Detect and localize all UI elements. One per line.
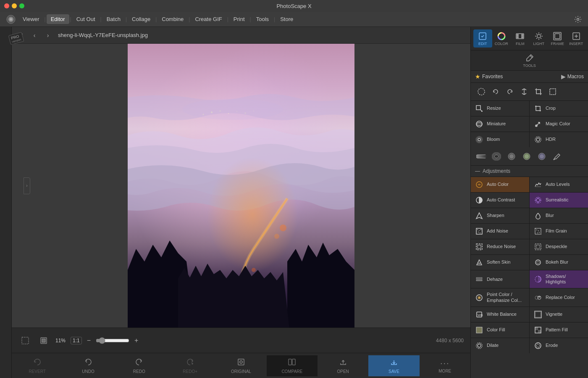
replace-color-adj[interactable]: Replace Color (530, 288, 588, 306)
vignette-icon-small[interactable] (490, 150, 503, 163)
more-button[interactable]: ··· MORE (420, 356, 470, 376)
minimize-button[interactable] (12, 3, 17, 8)
menu-cut-out[interactable]: Cut Out (72, 14, 100, 24)
rotate-right-icon[interactable] (504, 85, 516, 98)
blur-adj[interactable]: Blur (530, 208, 588, 223)
menu-batch[interactable]: Batch (102, 14, 125, 24)
bloom-tool[interactable]: Bloom (471, 132, 529, 147)
redo-plus-button[interactable]: REDO+ (165, 355, 215, 376)
ellipse-select-icon[interactable] (475, 85, 488, 98)
pattern-fill-adj[interactable]: Pattern Fill (530, 322, 588, 338)
open-button[interactable]: OPEN (318, 355, 368, 376)
soften-skin-adj[interactable]: Soften Skin (471, 255, 529, 270)
left-panel-toggle[interactable]: › (24, 177, 30, 194)
circle-filter-icon[interactable] (505, 150, 518, 163)
auto-levels-adj[interactable]: Auto Levels (530, 177, 588, 192)
undo-button[interactable]: UNDO (63, 355, 113, 376)
svg-rect-80 (476, 278, 482, 279)
menu-collage[interactable]: Collage (128, 14, 155, 24)
tab-light[interactable]: LIGHT (530, 29, 549, 48)
flip-horizontal-icon[interactable] (518, 85, 530, 98)
svg-rect-72 (539, 232, 540, 233)
menu-editor[interactable]: Editor (47, 14, 69, 24)
dropper-icon[interactable] (551, 150, 563, 163)
redo-button[interactable]: REDO (114, 355, 165, 376)
menu-combine[interactable]: Combine (158, 14, 188, 24)
dilate-adj[interactable]: Dilate (471, 338, 529, 353)
add-noise-adj[interactable]: Add Noise (471, 224, 529, 239)
selection-tool-icon[interactable] (18, 334, 32, 347)
compare-button[interactable]: COMPARE (267, 355, 318, 376)
crop-tool-icon[interactable] (532, 85, 545, 98)
resize-tool[interactable]: Resize (471, 101, 529, 116)
menu-viewer[interactable]: Viewer (18, 14, 44, 24)
transform-icon[interactable] (546, 85, 559, 98)
circle-vignette-icon[interactable] (520, 150, 533, 163)
crop-tool[interactable]: Crop (530, 101, 588, 116)
white-balance-adj[interactable]: WB White Balance (471, 307, 529, 322)
menu-tools[interactable]: Tools (252, 14, 273, 24)
menu-store[interactable]: Store (276, 14, 297, 24)
miniature-tool[interactable]: Miniature (471, 116, 529, 132)
auto-contrast-adj[interactable]: Auto Contrast (471, 193, 529, 208)
undo-icon (84, 358, 92, 368)
dilate-icon (475, 341, 483, 350)
point-color-adj[interactable]: Point Color / Emphasize Col... (471, 288, 529, 306)
close-button[interactable] (4, 3, 9, 8)
tools-tab-icon (525, 53, 535, 63)
next-file-button[interactable]: › (43, 30, 53, 40)
tab-tools[interactable]: TOOLS (473, 51, 585, 69)
bokeh-blur-adj[interactable]: Bokeh Blur (530, 255, 588, 270)
favorites-button[interactable]: ★ Favorites (475, 73, 503, 80)
color-fill-adj[interactable]: Color Fill (471, 322, 529, 338)
zoom-out-button[interactable]: − (87, 337, 91, 344)
hdr-tool[interactable]: HDR (530, 132, 588, 147)
tab-edit[interactable]: EDIT (473, 29, 492, 48)
center-panel: ✕ ‹ › sheng-li-WqqL-Y7EeFE-unsplash.jpg … (12, 27, 470, 378)
vignette-adj[interactable]: Vignette (530, 307, 588, 322)
shadows-highlights-adj[interactable]: Shadows/ Highlights (530, 270, 588, 288)
color-fill-label: Color Fill (487, 327, 505, 333)
macros-button[interactable]: ▶ Macros (561, 73, 584, 80)
menu-create-gif[interactable]: Create GIF (191, 14, 226, 24)
dehaze-adj[interactable]: Dehaze (471, 270, 529, 288)
fullscreen-button[interactable] (19, 3, 24, 8)
linear-gradient-icon[interactable] (475, 150, 488, 163)
menu-print[interactable]: Print (229, 14, 249, 24)
original-button[interactable]: ORIGINAL (215, 355, 266, 376)
tab-color[interactable]: COLOR (492, 29, 511, 48)
magic-color-tool[interactable]: Magic Color (530, 116, 588, 132)
rotate-left-icon[interactable] (489, 85, 502, 98)
zoom-ratio[interactable]: 1:1 (71, 337, 82, 344)
svg-rect-71 (538, 230, 539, 231)
replace-color-label: Replace Color (546, 295, 575, 300)
prev-file-button[interactable]: ‹ (29, 30, 39, 40)
svg-rect-75 (478, 245, 481, 248)
auto-color-adj[interactable]: Auto Color (471, 177, 529, 192)
save-label: SAVE (388, 369, 399, 374)
erode-adj[interactable]: Erode (530, 338, 588, 353)
tab-insert[interactable]: INSERT (567, 29, 586, 48)
tab-film[interactable]: FILM (511, 29, 530, 48)
app-logo[interactable] (4, 13, 18, 26)
svg-rect-91 (535, 311, 541, 318)
svg-point-50 (493, 153, 500, 160)
despeckle-adj[interactable]: Despeckle (530, 239, 588, 254)
color-filter-icon[interactable] (536, 150, 548, 163)
miniature-label: Miniature (487, 121, 506, 127)
reduce-noise-adj[interactable]: Reduce Noise (471, 239, 529, 254)
canvas-area[interactable]: › (12, 44, 470, 328)
film-grain-adj[interactable]: Film Grain (530, 224, 588, 239)
sharpen-adj[interactable]: Sharpen (471, 208, 529, 223)
pattern-fill-label: Pattern Fill (546, 327, 568, 333)
zoom-slider[interactable] (96, 337, 129, 344)
add-noise-label: Add Noise (487, 228, 508, 234)
revert-button[interactable]: REVERT (12, 355, 63, 376)
filter-icons-bar (471, 148, 588, 166)
zoom-in-button[interactable]: + (134, 337, 138, 344)
tab-frame[interactable]: FRAME (548, 29, 567, 48)
settings-icon[interactable] (572, 13, 584, 25)
canvas-view-icon[interactable] (37, 334, 50, 347)
save-button[interactable]: SAVE (368, 355, 419, 376)
surrealistic-adj[interactable]: Surrealistic (530, 193, 588, 208)
